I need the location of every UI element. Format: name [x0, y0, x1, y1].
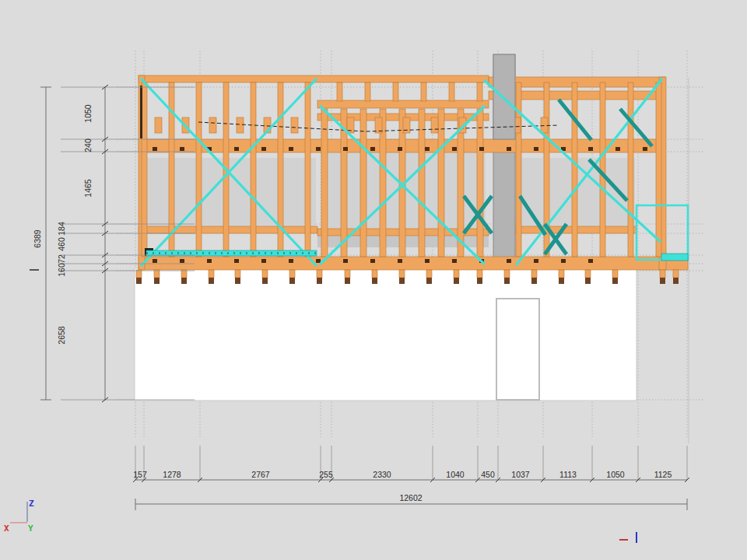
dim-h-seg-4: 2330	[373, 471, 391, 479]
dim-h-seg-0: 157	[133, 471, 147, 479]
dim-h-seg-5: 1040	[446, 471, 464, 479]
dim-v-seg-6: 160	[58, 263, 66, 277]
dim-v-seg-3: 184	[58, 222, 66, 236]
cad-canvas[interactable]: 6389 1050 240 1465 184 460 72 160 2658 1…	[0, 0, 747, 560]
dim-h-seg-2: 2767	[251, 471, 269, 479]
dim-h-seg-9: 1050	[606, 471, 624, 479]
axis-y-label: Y	[28, 524, 33, 533]
dim-h-seg-6: 450	[481, 471, 495, 479]
dim-v-seg-7: 2658	[58, 326, 66, 344]
axis-x-label: X	[4, 524, 9, 533]
dim-v-seg-2: 1465	[84, 179, 93, 197]
dim-v-seg-0: 1050	[84, 104, 93, 122]
axis-triad	[10, 502, 27, 523]
dim-v-total: 6389	[33, 229, 42, 247]
dim-v-seg-4: 460	[58, 237, 66, 251]
dim-v-seg-1: 240	[84, 138, 93, 152]
dim-h-seg-3: 255	[319, 471, 333, 479]
dim-h-seg-7: 1037	[511, 471, 529, 479]
mini-axis-indicator	[619, 532, 637, 543]
dim-h-seg-1: 1278	[163, 471, 181, 479]
dim-h-total: 12602	[399, 494, 422, 502]
dim-h-seg-10: 1125	[654, 471, 672, 479]
axis-z-label: Z	[29, 499, 34, 508]
dim-h-seg-8: 1113	[559, 471, 577, 479]
lower-wall	[135, 268, 637, 401]
